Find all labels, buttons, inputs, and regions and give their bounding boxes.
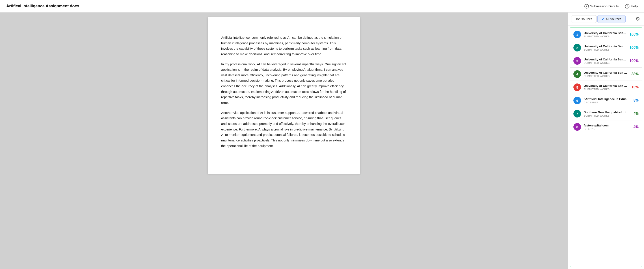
help-icon: i [625,4,630,8]
source-name: University of California San Die... [584,44,627,48]
source-item[interactable]: 6"Artificial Intelligence in Educatio...… [570,94,642,107]
tab-top-sources[interactable]: Top sources [571,15,596,23]
source-info: University of California San Dieg...SUBM… [584,84,629,91]
settings-button[interactable]: ⚙ [634,15,641,23]
source-percentage: 100% [630,59,638,63]
sources-list: 1University of California San Die...SUBM… [570,27,642,267]
source-name: University of California San Dieg... [584,84,629,87]
document-paragraph: In my professional work, AI can be lever… [221,61,347,106]
source-info: University of California San Die...SUBMI… [584,31,627,38]
tab-all-sources[interactable]: All Sources [598,15,626,23]
source-rank-badge: 3 [574,57,581,65]
source-type: INTERNET [584,128,631,130]
source-name: "Artificial Intelligence in Educatio... [584,97,631,101]
source-name: University of California San Die... [584,58,627,61]
source-rank-badge: 6 [574,97,581,104]
source-item[interactable]: 8fastercapital.comINTERNET4% [570,120,642,133]
source-item[interactable]: 4University of California San Dieg...SUB… [570,68,642,81]
source-type: SUBMITTED WORKS [584,114,631,117]
document-paragraph: Another vital application of AI is in cu… [221,110,347,149]
source-name: Southern New Hampshire Univers... [584,111,631,114]
source-rank-badge: 1 [574,31,581,38]
source-info: University of California San Die...SUBMI… [584,44,627,51]
source-type: SUBMITTED WORKS [584,35,627,38]
help-button[interactable]: i Help [625,4,638,8]
source-item[interactable]: 5University of California San Dieg...SUB… [570,81,642,94]
source-percentage: 8% [634,98,638,102]
source-item[interactable]: 2University of California San Die...SUBM… [570,41,642,54]
source-item[interactable]: 3University of California San Die...SUBM… [570,54,642,68]
source-info: University of California San Die...SUBMI… [584,58,627,64]
source-rank-badge: 5 [574,83,581,91]
source-info: Southern New Hampshire Univers...SUBMITT… [584,111,631,117]
source-name: fastercapital.com [584,124,631,127]
source-percentage: 4% [634,112,638,116]
main-layout: Artificial intelligence, commonly referr… [0,12,644,269]
source-percentage: 38% [632,72,638,76]
source-info: fastercapital.comINTERNET [584,124,631,130]
document-area: Artificial intelligence, commonly referr… [0,12,568,269]
right-panel: Top sources All Sources ⚙ 1University of… [568,12,644,269]
document-paragraph: Artificial intelligence, commonly referr… [221,35,347,57]
header: Artifical Intelligence Assignment.docx i… [0,0,644,12]
source-item[interactable]: 1University of California San Die...SUBM… [570,28,642,41]
source-type: CROSSREF [584,101,631,104]
source-name: University of California San Dieg... [584,71,629,74]
source-item[interactable]: 7Southern New Hampshire Univers...SUBMIT… [570,107,642,120]
tab-bar: Top sources All Sources ⚙ [568,12,644,26]
source-percentage: 100% [630,32,638,36]
source-type: SUBMITTED WORKS [584,48,627,51]
source-type: SUBMITTED WORKS [584,75,629,77]
gear-icon: ⚙ [636,16,640,22]
source-percentage: 4% [634,125,638,129]
source-percentage: 13% [632,85,638,89]
source-type: SUBMITTED WORKS [584,88,629,91]
source-rank-badge: 8 [574,123,581,131]
source-type: SUBMITTED WORKS [584,61,627,64]
document-page: Artificial intelligence, commonly referr… [208,17,360,174]
source-name: University of California San Die... [584,31,627,35]
source-percentage: 100% [630,46,638,50]
source-rank-badge: 2 [574,44,581,51]
header-actions: i Submission Details i Help [584,4,638,8]
source-info: University of California San Dieg...SUBM… [584,71,629,77]
tabs-container: Top sources All Sources [571,15,626,23]
info-icon: i [584,4,589,8]
document-title: Artifical Intelligence Assignment.docx [6,4,79,8]
source-rank-badge: 4 [574,70,581,78]
source-info: "Artificial Intelligence in Educatio...C… [584,97,631,104]
source-rank-badge: 7 [574,110,581,117]
submission-details-button[interactable]: i Submission Details [584,4,619,8]
